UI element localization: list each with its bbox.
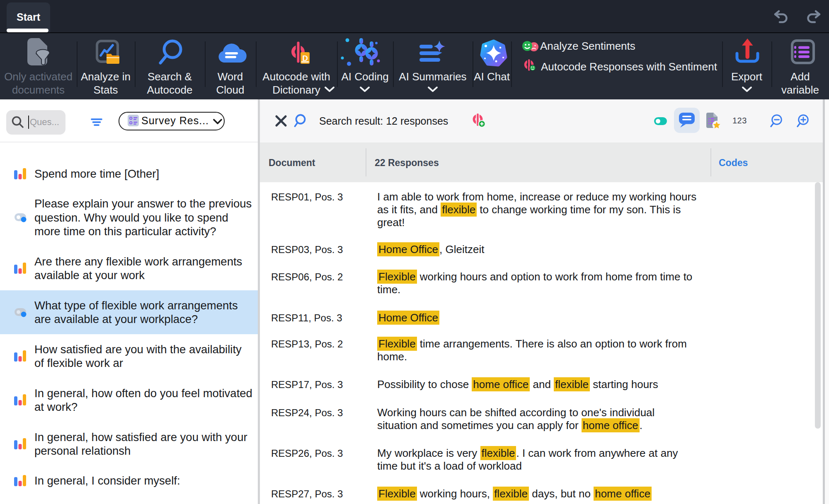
- svg-text:D: D: [302, 54, 308, 63]
